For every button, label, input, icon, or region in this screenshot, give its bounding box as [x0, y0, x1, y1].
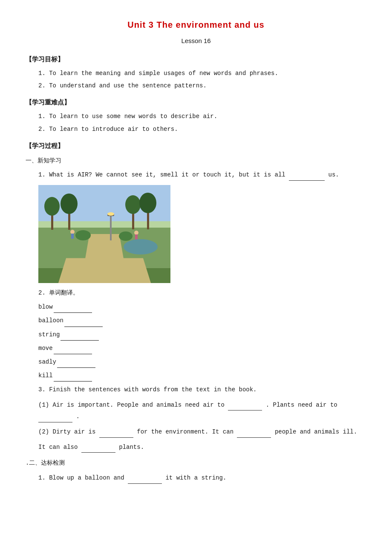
svg-point-9 [125, 195, 141, 214]
vocab-string: string [38, 330, 366, 341]
sub2-header: .二、达标检测 [26, 458, 366, 468]
vocab-blow: blow [38, 302, 366, 313]
learning-goals-content: 1. To learn the meaning and simple usage… [38, 68, 366, 91]
main-title: Unit 3 The environment and us [26, 17, 366, 32]
svg-point-16 [119, 231, 133, 241]
s2-blank3[interactable] [81, 441, 115, 453]
vocabulary-list: blow balloon string move sadly kill [38, 302, 366, 382]
svg-point-14 [107, 212, 114, 216]
vocab-sadly: sadly [38, 357, 366, 368]
svg-rect-20 [135, 234, 138, 240]
lesson-label: Lesson 16 [26, 35, 366, 46]
svg-rect-22 [38, 268, 170, 283]
sub1-header: 一、新知学习 [26, 156, 366, 166]
svg-point-7 [61, 194, 78, 214]
vocab-move: move [38, 343, 366, 354]
svg-point-5 [44, 197, 60, 216]
learning-key-2: 2. To learn to introduce air to others. [38, 124, 366, 135]
exercise-1: 1. Blow up a balloon and it with a strin… [38, 472, 366, 484]
learning-key-1: 1. To learn to use some new words to des… [38, 111, 366, 122]
q1-blank[interactable] [289, 169, 325, 181]
vocab-kill: kill [38, 370, 366, 382]
ex1-blank[interactable] [128, 472, 162, 484]
svg-point-11 [139, 193, 156, 213]
svg-point-19 [134, 231, 138, 235]
s1-blank1[interactable] [228, 399, 262, 411]
svg-rect-12 [110, 215, 112, 240]
question-1: 1. What is AIR? We cannot see it, smell … [38, 169, 366, 181]
learning-process-header: 【学习过程】 [26, 141, 366, 152]
svg-point-15 [75, 230, 91, 240]
learning-goal-2: 2. To understand and use the sentence pa… [38, 81, 366, 91]
s1-blank2[interactable] [38, 410, 72, 422]
svg-point-21 [124, 239, 158, 254]
learning-key-content: 1. To learn to use some new words to des… [38, 111, 366, 134]
vocab-balloon: balloon [38, 315, 366, 327]
s2-blank2[interactable] [237, 426, 271, 438]
learning-goals-header: 【学习目标】 [26, 54, 366, 66]
s2-blank1[interactable] [99, 426, 133, 438]
svg-point-17 [70, 230, 75, 234]
sentence-2: (2) Dirty air is for the environment. It… [38, 426, 366, 438]
svg-rect-18 [71, 234, 74, 239]
sentence-2-cont: It can also plants. [38, 441, 366, 453]
question-3-header: 3. Finish the sentences with words from … [38, 384, 366, 396]
learning-goal-1: 1. To learn the meaning and simple usage… [38, 68, 366, 79]
sentence-1: (1) Air is important. People and animals… [38, 399, 366, 422]
learning-key-header: 【学习重难点】 [26, 97, 366, 109]
question-2-header: 2. 单词翻译。 [38, 287, 366, 299]
air-image [38, 185, 170, 283]
